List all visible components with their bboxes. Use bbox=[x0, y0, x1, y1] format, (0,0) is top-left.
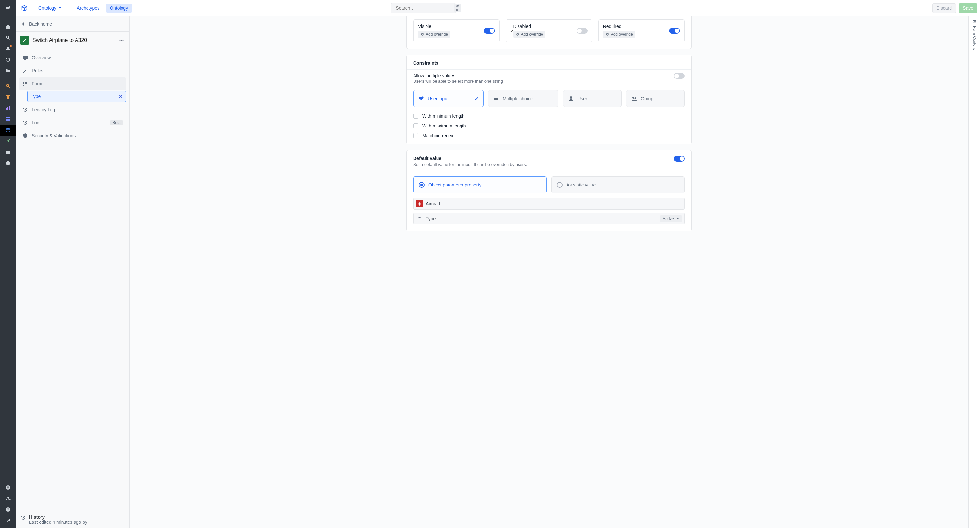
search-input[interactable] bbox=[396, 5, 452, 11]
nav-log[interactable]: Log Beta bbox=[19, 116, 126, 129]
default-value-card: Default value Set a default value for th… bbox=[406, 150, 692, 231]
app-package-icon[interactable] bbox=[0, 158, 16, 169]
nav-security[interactable]: Security & Validations bbox=[19, 129, 126, 142]
check-max-length[interactable]: With maximum length bbox=[413, 123, 685, 128]
notifications-icon[interactable] bbox=[0, 43, 16, 54]
property-select[interactable]: ❞ Type Active bbox=[413, 213, 685, 225]
mode-user[interactable]: User bbox=[563, 90, 622, 107]
constraints-heading: Constraints bbox=[407, 55, 691, 69]
app-fork-icon[interactable] bbox=[0, 136, 16, 147]
radio-icon bbox=[557, 182, 563, 188]
nav-log-label: Log bbox=[32, 120, 39, 125]
override-label: Add override bbox=[521, 32, 543, 37]
nav-form[interactable]: Form bbox=[19, 77, 126, 90]
tab-archetypes[interactable]: Archetypes bbox=[73, 3, 103, 13]
object-param-select[interactable]: Aircraft bbox=[413, 198, 685, 209]
discard-button[interactable]: Discard bbox=[932, 3, 956, 13]
search-icon[interactable] bbox=[0, 32, 16, 43]
folder-icon[interactable] bbox=[0, 65, 16, 76]
brand-cube-icon[interactable] bbox=[16, 0, 32, 16]
app-chart-icon[interactable] bbox=[0, 102, 16, 113]
brand-dropdown[interactable]: Ontology bbox=[35, 4, 65, 12]
form-chip-type[interactable]: Type bbox=[27, 91, 126, 102]
right-rail-label: Form Content bbox=[972, 26, 977, 49]
global-search[interactable]: ⌘ K bbox=[391, 3, 456, 13]
behavior-disabled-title: Disabled bbox=[513, 24, 546, 29]
kebab-icon bbox=[119, 38, 124, 43]
mode-group-label: Group bbox=[641, 96, 653, 101]
mode-user-input[interactable]: User input bbox=[413, 90, 484, 107]
mode-group[interactable]: Group bbox=[626, 90, 685, 107]
history-subtitle: Last edited 4 minutes ago by bbox=[29, 520, 87, 525]
check-max-label: With maximum length bbox=[422, 123, 466, 128]
shield-icon bbox=[23, 133, 28, 138]
default-value-heading: Default value bbox=[413, 156, 527, 161]
nav-overview[interactable]: Overview bbox=[19, 51, 126, 64]
default-value-toggle[interactable] bbox=[674, 156, 685, 161]
app-search-icon[interactable] bbox=[0, 80, 16, 91]
back-home-button[interactable]: Back home bbox=[16, 16, 129, 32]
nav-log-badge: Beta bbox=[110, 120, 123, 125]
check-min-length[interactable]: With minimum length bbox=[413, 113, 685, 119]
nav-form-label: Form bbox=[32, 81, 43, 86]
form-chip-close[interactable] bbox=[119, 94, 123, 98]
monitor-icon bbox=[23, 55, 28, 60]
allow-multiple-subtitle: Users will be able to select more than o… bbox=[413, 79, 503, 84]
globe-icon[interactable] bbox=[0, 482, 16, 493]
object-param-label: Aircraft bbox=[426, 201, 440, 206]
pencil-icon bbox=[23, 68, 28, 73]
svg-point-0 bbox=[119, 40, 121, 41]
radio-object-parameter[interactable]: Object parameter property bbox=[413, 176, 547, 193]
mode-multiple-choice-label: Multiple choice bbox=[503, 96, 533, 101]
required-add-override[interactable]: Add override bbox=[603, 31, 635, 38]
nav-legacy-log[interactable]: Legacy Log bbox=[19, 103, 126, 116]
left-icon-rail bbox=[0, 0, 16, 528]
page-title: Switch Airplane to A320 bbox=[32, 37, 115, 43]
required-toggle[interactable] bbox=[669, 28, 680, 34]
nav-security-label: Security & Validations bbox=[32, 133, 75, 138]
action-type-icon bbox=[20, 36, 29, 45]
page-menu-button[interactable] bbox=[118, 36, 126, 44]
check-regex-label: Matching regex bbox=[422, 133, 453, 138]
behavior-disabled: > Disabled Add override bbox=[506, 19, 592, 42]
list-indent-icon bbox=[972, 19, 977, 24]
form-icon bbox=[23, 81, 28, 86]
history-icon bbox=[23, 107, 28, 112]
radio-static-value[interactable]: As static value bbox=[551, 176, 685, 193]
visible-toggle[interactable] bbox=[484, 28, 495, 34]
menu-expand-icon[interactable] bbox=[0, 2, 16, 13]
app-cube-icon[interactable] bbox=[0, 124, 16, 136]
visible-add-override[interactable]: Add override bbox=[418, 31, 450, 38]
sidebar: Back home Switch Airplane to A320 Overvi… bbox=[16, 16, 130, 528]
property-state-dropdown[interactable]: Active bbox=[660, 215, 682, 222]
help-icon[interactable] bbox=[0, 504, 16, 515]
checkbox-icon bbox=[413, 113, 418, 119]
svg-point-2 bbox=[123, 40, 124, 41]
app-panel-icon[interactable] bbox=[0, 113, 16, 124]
save-button[interactable]: Save bbox=[959, 3, 977, 13]
behavior-card: Visible Add override > Disabled bbox=[406, 16, 692, 49]
home-icon[interactable] bbox=[0, 21, 16, 32]
constraints-card: Constraints Allow multiple values Users … bbox=[406, 55, 692, 144]
behavior-visible: Visible Add override bbox=[413, 19, 500, 42]
history-icon[interactable] bbox=[0, 54, 16, 65]
nav-rules[interactable]: Rules bbox=[19, 64, 126, 77]
open-external-icon[interactable] bbox=[0, 515, 16, 526]
history-title: History bbox=[29, 514, 87, 520]
tab-ontology[interactable]: Ontology bbox=[106, 3, 132, 13]
quote-icon: ❞ bbox=[416, 215, 423, 222]
disabled-add-override[interactable]: Add override bbox=[513, 31, 546, 38]
edit-lines-icon bbox=[418, 96, 425, 102]
nav-rules-label: Rules bbox=[32, 68, 43, 73]
shuffle-icon[interactable] bbox=[0, 493, 16, 504]
right-rail[interactable]: Form Content bbox=[968, 16, 980, 528]
mode-multiple-choice[interactable]: Multiple choice bbox=[488, 90, 558, 107]
allow-multiple-toggle[interactable] bbox=[674, 73, 685, 79]
disabled-toggle[interactable] bbox=[576, 28, 587, 34]
mode-user-input-label: User input bbox=[428, 96, 449, 101]
checkbox-icon bbox=[413, 123, 418, 128]
check-regex[interactable]: Matching regex bbox=[413, 133, 685, 138]
app-filter-icon[interactable] bbox=[0, 91, 16, 102]
app-folder2-icon[interactable] bbox=[0, 147, 16, 158]
group-icon bbox=[631, 96, 638, 102]
